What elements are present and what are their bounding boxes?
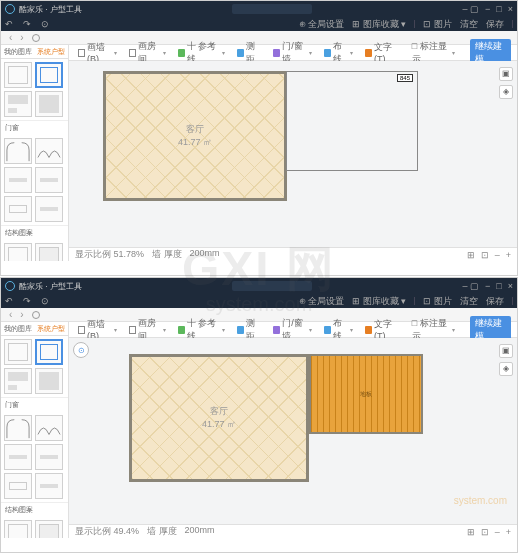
menu-favorites[interactable]: ⊞ 图库收藏 ▾ <box>352 295 406 308</box>
titlebar-extra-icon[interactable]: – ▢ <box>463 4 480 14</box>
separator <box>512 297 513 305</box>
door-item[interactable] <box>35 138 63 164</box>
app-title: 酷家乐 · 户型工具 <box>19 4 82 15</box>
shape-item-selected[interactable] <box>35 62 63 88</box>
struct-item[interactable] <box>35 520 63 538</box>
redo-button[interactable]: ↷ <box>23 296 31 306</box>
canvas[interactable]: 客厅 41.77 ㎡ 845 ▣ ◈ <box>69 61 517 247</box>
shape-item[interactable] <box>35 368 63 394</box>
view-layer-icon[interactable]: ◈ <box>499 85 513 99</box>
shape-item[interactable] <box>4 339 32 365</box>
app-logo-icon <box>5 4 15 14</box>
menu-clear[interactable]: 清空 <box>460 18 478 31</box>
menu-save[interactable]: 保存 <box>486 295 504 308</box>
menu-image[interactable]: ⊡ 图片 <box>423 295 452 308</box>
menu-save[interactable]: 保存 <box>486 18 504 31</box>
sidebar: 我的图库 系统户型组件 门窗 结构图案 <box>1 322 69 538</box>
target-icon[interactable] <box>32 34 40 42</box>
compass-icon[interactable]: ⊙ <box>73 342 89 358</box>
door-item[interactable] <box>4 167 32 193</box>
shape-item[interactable] <box>4 368 32 394</box>
menu-dot-button[interactable]: ⊙ <box>41 19 49 29</box>
struct-item[interactable] <box>4 243 32 261</box>
door-item[interactable] <box>35 196 63 222</box>
shape-item[interactable] <box>35 91 63 117</box>
redo-button[interactable]: ↷ <box>23 19 31 29</box>
toolbar: 画墙(B)▾ 画房间▾ 十 参考线▾ 测距 门/窗墙▾ 布线▾ 文字(T) □ … <box>69 322 517 338</box>
room-label: 客厅 41.77 ㎡ <box>178 123 212 149</box>
status-thickness[interactable]: 200mm <box>185 525 215 538</box>
separator <box>414 297 415 305</box>
menu-clear[interactable]: 清空 <box>460 295 478 308</box>
tab-my-library[interactable]: 我的图库 <box>1 322 35 335</box>
zoom-controls: ▣ ◈ <box>499 344 513 376</box>
back-icon[interactable]: ‹ <box>9 32 12 43</box>
text-icon <box>365 49 372 57</box>
window-close-icon[interactable]: × <box>508 4 513 14</box>
window-minimize-icon[interactable]: − <box>485 281 490 291</box>
status-grid-icon[interactable]: ⊞ <box>467 250 475 260</box>
room-icon <box>129 49 136 57</box>
struct-item[interactable] <box>35 243 63 261</box>
status-zoom: 显示比例 49.4% <box>75 525 139 538</box>
shape-item-selected[interactable] <box>35 339 63 365</box>
menu-favorites[interactable]: ⊞ 图库收藏 ▾ <box>352 18 406 31</box>
zoom-out-icon[interactable]: – <box>495 527 500 537</box>
menu-image[interactable]: ⊡ 图片 <box>423 18 452 31</box>
back-icon[interactable]: ‹ <box>9 309 12 320</box>
zoom-out-icon[interactable]: – <box>495 250 500 260</box>
status-panel-icon[interactable]: ⊡ <box>481 250 489 260</box>
window-maximize-icon[interactable]: □ <box>496 4 501 14</box>
status-wall: 墙 厚度 <box>147 525 177 538</box>
door-item[interactable] <box>4 196 32 222</box>
shape-item[interactable] <box>4 62 32 88</box>
search-input[interactable] <box>232 281 312 291</box>
room-main[interactable]: 客厅 41.77 ㎡ <box>103 71 287 201</box>
undo-button[interactable]: ↶ <box>5 19 13 29</box>
door-item[interactable] <box>35 167 63 193</box>
view-layer-icon[interactable]: ◈ <box>499 362 513 376</box>
zoom-in-icon[interactable]: + <box>506 250 511 260</box>
wire-icon <box>324 49 331 57</box>
tab-system-components[interactable]: 系统户型组件 <box>35 322 69 335</box>
menu-dot-button[interactable]: ⊙ <box>41 296 49 306</box>
status-panel-icon[interactable]: ⊡ <box>481 527 489 537</box>
door-item[interactable] <box>35 444 63 470</box>
room-floor[interactable]: 地板 <box>309 354 423 434</box>
app-window-2: 酷家乐 · 户型工具 – ▢ − □ × ↶ ↷ ⊙ ⊕ 全局设置 ⊞ 图库收藏… <box>0 277 518 553</box>
forward-icon[interactable]: › <box>20 309 23 320</box>
door-item[interactable] <box>4 415 32 441</box>
tab-system-components[interactable]: 系统户型组件 <box>35 45 69 58</box>
window-close-icon[interactable]: × <box>508 281 513 291</box>
menu-settings[interactable]: ⊕ 全局设置 <box>299 18 345 31</box>
forward-icon[interactable]: › <box>20 32 23 43</box>
door-item[interactable] <box>35 415 63 441</box>
door-item[interactable] <box>4 444 32 470</box>
canvas[interactable]: ⊙ 客厅 41.77 ㎡ 地板 ▣ ◈ system.com <box>69 338 517 524</box>
view-3d-icon[interactable]: ▣ <box>499 344 513 358</box>
separator <box>414 20 415 28</box>
view-3d-icon[interactable]: ▣ <box>499 67 513 81</box>
room-extension-outline[interactable]: 845 <box>286 71 418 171</box>
door-item[interactable] <box>4 473 32 499</box>
shape-item[interactable] <box>4 91 32 117</box>
status-grid-icon[interactable]: ⊞ <box>467 527 475 537</box>
menu-settings[interactable]: ⊕ 全局设置 <box>299 295 345 308</box>
status-thickness[interactable]: 200mm <box>190 248 220 261</box>
door-item[interactable] <box>4 138 32 164</box>
titlebar-extra-icon[interactable]: – ▢ <box>463 281 480 291</box>
search-input[interactable] <box>232 4 312 14</box>
window-maximize-icon[interactable]: □ <box>496 281 501 291</box>
undo-button[interactable]: ↶ <box>5 296 13 306</box>
guide-icon <box>178 326 185 334</box>
zoom-in-icon[interactable]: + <box>506 527 511 537</box>
struct-item[interactable] <box>4 520 32 538</box>
door-item[interactable] <box>35 473 63 499</box>
wall-icon <box>78 49 85 57</box>
tab-my-library[interactable]: 我的图库 <box>1 45 35 58</box>
text-icon <box>365 326 372 334</box>
sidebar-section-structure: 结构图案 <box>1 502 68 517</box>
window-minimize-icon[interactable]: − <box>485 4 490 14</box>
room-main[interactable]: 客厅 41.77 ㎡ <box>129 354 309 482</box>
target-icon[interactable] <box>32 311 40 319</box>
